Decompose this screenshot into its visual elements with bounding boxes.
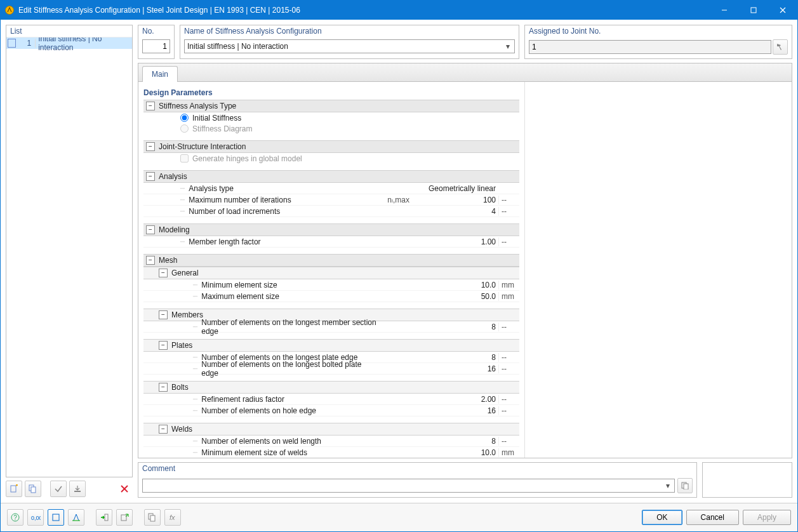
group-modeling[interactable]: −Modeling: [143, 223, 519, 236]
collapse-icon[interactable]: −: [159, 383, 168, 392]
preview-panel: [524, 82, 792, 458]
chevron-down-icon: ▾: [663, 481, 673, 490]
comment-combo[interactable]: ▾: [142, 479, 675, 493]
ok-button[interactable]: OK: [642, 510, 682, 525]
group-mesh-general[interactable]: −General: [143, 267, 519, 279]
name-combo[interactable]: Initial stiffness | No interaction ▾: [184, 39, 515, 53]
no-label: No.: [138, 25, 174, 37]
config-icon: [8, 39, 16, 48]
svg-text:?: ?: [13, 514, 17, 521]
list-label: List: [6, 25, 132, 37]
apply-button: Apply: [743, 510, 791, 525]
collapse-icon[interactable]: −: [146, 225, 155, 234]
name-label: Name of Stiffness Analysis Configuration: [180, 25, 519, 37]
collapse-icon[interactable]: −: [146, 102, 155, 110]
collapse-icon[interactable]: −: [146, 142, 155, 151]
collapse-icon[interactable]: −: [159, 341, 168, 350]
calculate-button[interactable]: [68, 509, 84, 526]
comment-label: Comment: [138, 463, 696, 474]
copy-config-button[interactable]: [25, 481, 41, 497]
pick-joint-button[interactable]: [773, 39, 788, 55]
view-button[interactable]: [48, 509, 64, 526]
chevron-down-icon: ▾: [503, 42, 513, 51]
comment-side-panel: [702, 462, 792, 498]
svg-rect-2: [751, 8, 756, 13]
maximize-button[interactable]: [739, 1, 768, 20]
delete-button[interactable]: [116, 481, 133, 497]
cancel-button[interactable]: Cancel: [686, 510, 739, 525]
check-generate-hinges: [180, 154, 189, 163]
svg-rect-5: [11, 486, 16, 492]
svg-rect-16: [53, 514, 59, 521]
config-list[interactable]: 1 Initial stiffness | No interaction: [6, 37, 132, 477]
group-mesh-bolts[interactable]: −Bolts: [143, 381, 519, 394]
exclude-button[interactable]: [69, 481, 86, 497]
minimize-button[interactable]: [710, 1, 739, 20]
collapse-icon[interactable]: −: [159, 269, 168, 277]
radio-stiffness-diagram: [180, 124, 189, 133]
radio-initial-stiffness[interactable]: [180, 114, 189, 122]
units-button[interactable]: 0,00: [27, 509, 44, 526]
list-item[interactable]: 1 Initial stiffness | No interaction: [6, 37, 132, 49]
svg-rect-19: [121, 515, 126, 521]
svg-text:0,00: 0,00: [31, 515, 41, 521]
svg-rect-8: [74, 491, 81, 492]
window-title: Edit Stiffness Analysis Configuration | …: [18, 6, 710, 15]
assigned-input[interactable]: [529, 40, 771, 54]
help-button[interactable]: ?: [7, 509, 23, 526]
app-icon: [4, 5, 15, 15]
tab-main[interactable]: Main: [142, 66, 178, 82]
group-analysis[interactable]: −Analysis: [143, 170, 519, 183]
collapse-icon[interactable]: −: [159, 425, 168, 434]
svg-rect-12: [684, 484, 688, 489]
svg-rect-7: [31, 487, 36, 493]
comment-edit-button[interactable]: [677, 478, 693, 493]
collapse-icon[interactable]: −: [146, 256, 155, 265]
group-joint-structure[interactable]: −Joint-Structure Interaction: [143, 140, 519, 153]
function-button[interactable]: fx: [164, 509, 181, 526]
import-button[interactable]: [96, 509, 112, 526]
design-parameters-title: Design Parameters: [143, 86, 519, 100]
group-mesh-plates[interactable]: −Plates: [143, 339, 519, 352]
close-button[interactable]: [768, 1, 797, 20]
titlebar: Edit Stiffness Analysis Configuration | …: [1, 1, 797, 20]
new-config-button[interactable]: [6, 481, 22, 497]
copy-button[interactable]: [144, 509, 161, 526]
svg-text:fx: fx: [170, 514, 175, 521]
svg-rect-21: [150, 515, 155, 521]
group-stiffness-type[interactable]: −Stiffness Analysis Type: [143, 100, 519, 112]
include-button[interactable]: [50, 481, 67, 497]
collapse-icon[interactable]: −: [146, 172, 155, 181]
export-button[interactable]: [116, 509, 133, 526]
group-mesh-welds[interactable]: −Welds: [143, 423, 519, 436]
no-input[interactable]: [142, 39, 170, 53]
svg-rect-18: [105, 514, 108, 521]
assigned-label: Assigned to Joint No.: [525, 25, 792, 37]
group-mesh[interactable]: −Mesh: [143, 254, 519, 267]
collapse-icon[interactable]: −: [159, 310, 168, 319]
